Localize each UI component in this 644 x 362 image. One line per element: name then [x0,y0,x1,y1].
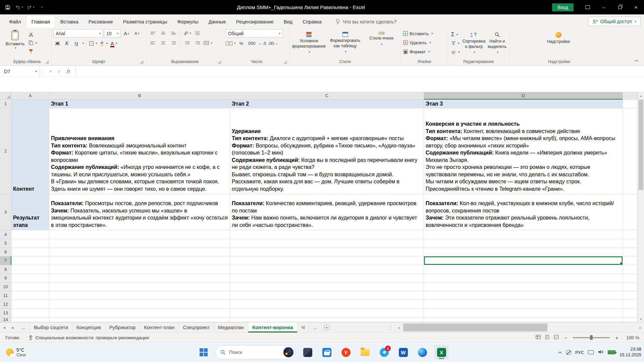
cell-D9[interactable] [424,274,623,283]
hidden-icons-icon[interactable] [566,350,571,355]
cell-D14[interactable] [424,317,623,322]
cell-D5[interactable] [424,239,623,248]
sheet-tab[interactable]: Концепция [72,322,105,333]
ribbon-tab[interactable]: Файл [4,16,26,27]
align-right-button[interactable] [169,39,178,47]
volume-icon[interactable] [598,349,604,356]
sort-filter-button[interactable]: АЯ Сортировка и фильтр ▾ [463,29,486,59]
sheet-tab[interactable]: Ч [298,322,309,333]
align-center-button[interactable] [158,39,168,47]
cell-B10[interactable] [49,283,230,291]
cell-E12[interactable] [623,300,638,309]
cell-E5[interactable] [623,239,638,248]
paste-button[interactable]: Вставить ▾ [4,29,26,59]
sheet-tab[interactable]: Медиаплан [214,322,248,333]
ribbon-tab[interactable]: Рисование [84,16,118,27]
cell-B6[interactable] [49,248,230,256]
insert-function-button[interactable]: fx [67,68,70,74]
format-painter-button[interactable] [27,47,39,55]
sheet-tab[interactable]: Рубрикатор [105,322,140,333]
cell-E1[interactable] [623,100,638,108]
sheet-tab[interactable]: Выбор соцсети [30,322,72,333]
accessibility-checker-button[interactable]: Специальные возможности: проверьте реком… [25,335,153,340]
tray-chevron-button[interactable] [558,350,562,355]
redo-dropdown-caret[interactable]: ▾ [33,6,34,9]
telegram-app-icon[interactable]: 8 [377,345,391,360]
font-size-select[interactable]: 10▾ [104,29,121,38]
cell-A3[interactable]: Результат этапа [11,194,49,230]
weather-widget[interactable]: 5°C Clear [3,343,29,362]
column-header-D[interactable]: D [424,92,623,100]
row-header-5[interactable]: 5 [0,239,11,248]
row-header-6[interactable]: 6 [0,248,11,256]
cell-C6[interactable] [230,248,424,256]
cell-D13[interactable] [424,309,623,317]
decrease-font-button[interactable]: А▾ [132,29,142,38]
column-header-B[interactable]: B [49,92,230,100]
sheet-tab[interactable]: Спецпроект [179,322,214,333]
row-header-1[interactable]: 1 [0,100,11,108]
cell-D10[interactable] [424,283,623,291]
cell-E14[interactable] [623,317,638,322]
orientation-button[interactable]: ab▾ [182,29,192,37]
cell-A9[interactable] [11,274,49,283]
yandex-app-icon[interactable]: Y [338,345,353,360]
row-header-11[interactable]: 11 [0,291,11,300]
sheet-tab[interactable]: ... [17,322,30,333]
column-header-C[interactable]: C [230,92,424,100]
sheet-tab[interactable]: Контент-воронка [248,322,298,333]
percent-style-button[interactable]: % [237,39,246,47]
word-app-icon[interactable]: W [396,345,411,360]
merge-center-button[interactable]: ▾ [203,39,213,47]
ribbon-tab[interactable]: Главная [26,15,55,27]
number-format-select[interactable]: Общий▾ [226,29,283,38]
cell-C13[interactable] [230,309,424,317]
copy-button[interactable]: ▾ [27,39,39,47]
fill-color-button[interactable]: ▾ [99,39,108,47]
zoom-out-button[interactable]: − [564,335,568,341]
tab-splitter-handle[interactable]: ⋮ [386,322,395,333]
undo-button[interactable]: ▾ [14,2,24,12]
collapse-ribbon-button[interactable] [635,57,639,63]
cell-A7[interactable] [11,256,49,265]
cell-styles-button[interactable]: Стили ячеек ▾ [364,29,399,59]
ribbon-tab[interactable]: Рецензирование [231,16,279,27]
insert-cells-button[interactable]: + Вставить ▾ [402,29,446,38]
cell-D8[interactable] [424,265,623,274]
zoom-slider[interactable] [573,337,610,338]
search-highlight-image[interactable] [283,347,293,357]
column-header-partial[interactable] [623,92,638,100]
borders-button[interactable]: ▾ [89,39,98,47]
cell-C2[interactable]: УдержаниеТип контента: Диалоги с аудитор… [230,108,424,194]
increase-indent-button[interactable] [193,39,202,47]
cell-A12[interactable] [11,300,49,309]
row-header-10[interactable]: 10 [0,283,11,291]
ribbon-tab[interactable]: Справка [298,16,327,27]
cell-E10[interactable] [623,283,638,291]
excel-app-icon[interactable]: X [434,345,449,360]
cell-D7[interactable] [424,256,623,265]
maximize-button[interactable] [612,0,628,14]
addins-button[interactable]: Надстройки [544,29,573,59]
share-button[interactable]: Общий доступ ▾ [588,17,641,26]
cell-B13[interactable] [49,309,230,317]
sheet-tab[interactable]: Контент-план [140,322,179,333]
cell-C11[interactable] [230,291,424,300]
cell-B12[interactable] [49,300,230,309]
cell-A8[interactable] [11,265,49,274]
fill-button[interactable]: ▾ [450,39,461,47]
number-dialog-launcher[interactable] [284,61,287,64]
zoom-slider-thumb[interactable] [590,335,593,340]
align-middle-button[interactable] [158,29,168,37]
cell-D6[interactable] [424,248,623,256]
cell-A2[interactable]: Контент [11,108,49,194]
scroll-left-arrow[interactable]: ◂ [395,322,402,333]
delete-cells-button[interactable]: × Удалить ▾ [402,38,446,47]
cell-C14[interactable] [230,317,424,322]
font-name-select[interactable]: Arial▾ [53,29,103,38]
ribbon-tab[interactable]: Формулы [172,16,203,27]
sheet-nav-left-arrow[interactable]: ◂ [0,322,9,333]
ribbon-tab[interactable]: Вставка [55,16,84,27]
horizontal-scroll-thumb[interactable] [403,323,547,331]
cell-D1[interactable]: Этап 3 [424,100,623,108]
